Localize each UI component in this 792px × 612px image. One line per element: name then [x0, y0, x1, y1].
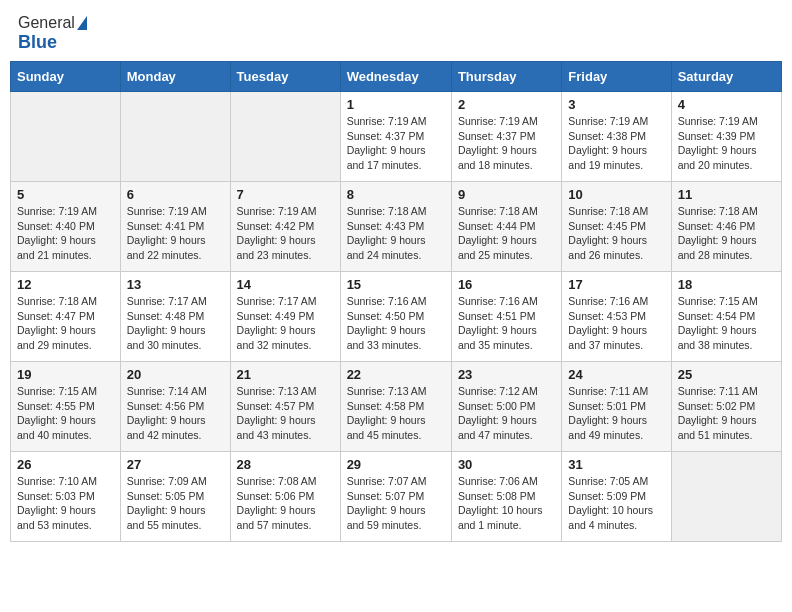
day-info: Sunrise: 7:16 AM Sunset: 4:51 PM Dayligh… — [458, 294, 555, 353]
day-info: Sunrise: 7:09 AM Sunset: 5:05 PM Dayligh… — [127, 474, 224, 533]
day-info: Sunrise: 7:10 AM Sunset: 5:03 PM Dayligh… — [17, 474, 114, 533]
calendar-week-row: 26Sunrise: 7:10 AM Sunset: 5:03 PM Dayli… — [11, 452, 782, 542]
day-info: Sunrise: 7:18 AM Sunset: 4:43 PM Dayligh… — [347, 204, 445, 263]
day-number: 6 — [127, 187, 224, 202]
day-number: 3 — [568, 97, 664, 112]
day-info: Sunrise: 7:18 AM Sunset: 4:46 PM Dayligh… — [678, 204, 775, 263]
calendar-day-cell: 30Sunrise: 7:06 AM Sunset: 5:08 PM Dayli… — [451, 452, 561, 542]
day-number: 16 — [458, 277, 555, 292]
day-info: Sunrise: 7:11 AM Sunset: 5:02 PM Dayligh… — [678, 384, 775, 443]
day-number: 14 — [237, 277, 334, 292]
day-number: 18 — [678, 277, 775, 292]
calendar-day-cell: 13Sunrise: 7:17 AM Sunset: 4:48 PM Dayli… — [120, 272, 230, 362]
day-number: 19 — [17, 367, 114, 382]
day-number: 7 — [237, 187, 334, 202]
day-info: Sunrise: 7:16 AM Sunset: 4:53 PM Dayligh… — [568, 294, 664, 353]
day-info: Sunrise: 7:14 AM Sunset: 4:56 PM Dayligh… — [127, 384, 224, 443]
weekday-header: Sunday — [11, 62, 121, 92]
day-number: 27 — [127, 457, 224, 472]
calendar-day-cell: 31Sunrise: 7:05 AM Sunset: 5:09 PM Dayli… — [562, 452, 671, 542]
day-number: 12 — [17, 277, 114, 292]
day-info: Sunrise: 7:16 AM Sunset: 4:50 PM Dayligh… — [347, 294, 445, 353]
weekday-header: Tuesday — [230, 62, 340, 92]
calendar-day-cell: 12Sunrise: 7:18 AM Sunset: 4:47 PM Dayli… — [11, 272, 121, 362]
day-info: Sunrise: 7:13 AM Sunset: 4:57 PM Dayligh… — [237, 384, 334, 443]
calendar-day-cell: 7Sunrise: 7:19 AM Sunset: 4:42 PM Daylig… — [230, 182, 340, 272]
calendar-day-cell: 21Sunrise: 7:13 AM Sunset: 4:57 PM Dayli… — [230, 362, 340, 452]
calendar-day-cell: 2Sunrise: 7:19 AM Sunset: 4:37 PM Daylig… — [451, 92, 561, 182]
day-info: Sunrise: 7:19 AM Sunset: 4:37 PM Dayligh… — [347, 114, 445, 173]
day-number: 2 — [458, 97, 555, 112]
calendar-day-cell: 1Sunrise: 7:19 AM Sunset: 4:37 PM Daylig… — [340, 92, 451, 182]
day-info: Sunrise: 7:12 AM Sunset: 5:00 PM Dayligh… — [458, 384, 555, 443]
day-number: 28 — [237, 457, 334, 472]
day-number: 1 — [347, 97, 445, 112]
day-number: 4 — [678, 97, 775, 112]
calendar-day-cell: 10Sunrise: 7:18 AM Sunset: 4:45 PM Dayli… — [562, 182, 671, 272]
day-number: 20 — [127, 367, 224, 382]
day-number: 5 — [17, 187, 114, 202]
calendar-day-cell: 19Sunrise: 7:15 AM Sunset: 4:55 PM Dayli… — [11, 362, 121, 452]
logo-blue-text: Blue — [18, 32, 57, 53]
weekday-header: Friday — [562, 62, 671, 92]
day-info: Sunrise: 7:08 AM Sunset: 5:06 PM Dayligh… — [237, 474, 334, 533]
day-number: 8 — [347, 187, 445, 202]
day-info: Sunrise: 7:15 AM Sunset: 4:54 PM Dayligh… — [678, 294, 775, 353]
calendar-week-row: 5Sunrise: 7:19 AM Sunset: 4:40 PM Daylig… — [11, 182, 782, 272]
day-number: 25 — [678, 367, 775, 382]
day-info: Sunrise: 7:17 AM Sunset: 4:49 PM Dayligh… — [237, 294, 334, 353]
calendar-day-cell: 11Sunrise: 7:18 AM Sunset: 4:46 PM Dayli… — [671, 182, 781, 272]
calendar-day-cell: 29Sunrise: 7:07 AM Sunset: 5:07 PM Dayli… — [340, 452, 451, 542]
calendar-day-cell: 26Sunrise: 7:10 AM Sunset: 5:03 PM Dayli… — [11, 452, 121, 542]
calendar-day-cell: 14Sunrise: 7:17 AM Sunset: 4:49 PM Dayli… — [230, 272, 340, 362]
calendar-day-cell: 4Sunrise: 7:19 AM Sunset: 4:39 PM Daylig… — [671, 92, 781, 182]
day-info: Sunrise: 7:06 AM Sunset: 5:08 PM Dayligh… — [458, 474, 555, 533]
day-info: Sunrise: 7:19 AM Sunset: 4:40 PM Dayligh… — [17, 204, 114, 263]
calendar-week-row: 1Sunrise: 7:19 AM Sunset: 4:37 PM Daylig… — [11, 92, 782, 182]
calendar-wrapper: SundayMondayTuesdayWednesdayThursdayFrid… — [0, 61, 792, 552]
weekday-header: Wednesday — [340, 62, 451, 92]
calendar-day-cell: 22Sunrise: 7:13 AM Sunset: 4:58 PM Dayli… — [340, 362, 451, 452]
page-container: General Blue SundayMondayTuesdayWednesda… — [0, 0, 792, 552]
day-info: Sunrise: 7:05 AM Sunset: 5:09 PM Dayligh… — [568, 474, 664, 533]
day-info: Sunrise: 7:19 AM Sunset: 4:39 PM Dayligh… — [678, 114, 775, 173]
logo-triangle-icon — [77, 16, 87, 30]
day-info: Sunrise: 7:19 AM Sunset: 4:37 PM Dayligh… — [458, 114, 555, 173]
day-number: 24 — [568, 367, 664, 382]
calendar-day-cell: 9Sunrise: 7:18 AM Sunset: 4:44 PM Daylig… — [451, 182, 561, 272]
day-info: Sunrise: 7:18 AM Sunset: 4:47 PM Dayligh… — [17, 294, 114, 353]
day-number: 29 — [347, 457, 445, 472]
calendar-day-cell — [671, 452, 781, 542]
day-number: 10 — [568, 187, 664, 202]
day-number: 22 — [347, 367, 445, 382]
calendar-day-cell: 25Sunrise: 7:11 AM Sunset: 5:02 PM Dayli… — [671, 362, 781, 452]
page-header: General Blue — [0, 0, 792, 61]
calendar-day-cell: 27Sunrise: 7:09 AM Sunset: 5:05 PM Dayli… — [120, 452, 230, 542]
calendar-day-cell: 5Sunrise: 7:19 AM Sunset: 4:40 PM Daylig… — [11, 182, 121, 272]
calendar-day-cell: 6Sunrise: 7:19 AM Sunset: 4:41 PM Daylig… — [120, 182, 230, 272]
day-number: 9 — [458, 187, 555, 202]
day-number: 31 — [568, 457, 664, 472]
logo: General Blue — [18, 14, 87, 53]
weekday-header: Saturday — [671, 62, 781, 92]
calendar-header-row: SundayMondayTuesdayWednesdayThursdayFrid… — [11, 62, 782, 92]
day-info: Sunrise: 7:19 AM Sunset: 4:42 PM Dayligh… — [237, 204, 334, 263]
calendar-week-row: 12Sunrise: 7:18 AM Sunset: 4:47 PM Dayli… — [11, 272, 782, 362]
calendar-day-cell: 23Sunrise: 7:12 AM Sunset: 5:00 PM Dayli… — [451, 362, 561, 452]
calendar-day-cell: 15Sunrise: 7:16 AM Sunset: 4:50 PM Dayli… — [340, 272, 451, 362]
calendar-day-cell: 24Sunrise: 7:11 AM Sunset: 5:01 PM Dayli… — [562, 362, 671, 452]
day-number: 15 — [347, 277, 445, 292]
day-info: Sunrise: 7:17 AM Sunset: 4:48 PM Dayligh… — [127, 294, 224, 353]
day-info: Sunrise: 7:18 AM Sunset: 4:44 PM Dayligh… — [458, 204, 555, 263]
day-info: Sunrise: 7:18 AM Sunset: 4:45 PM Dayligh… — [568, 204, 664, 263]
day-number: 21 — [237, 367, 334, 382]
calendar-week-row: 19Sunrise: 7:15 AM Sunset: 4:55 PM Dayli… — [11, 362, 782, 452]
day-number: 13 — [127, 277, 224, 292]
calendar-day-cell — [230, 92, 340, 182]
calendar-day-cell: 28Sunrise: 7:08 AM Sunset: 5:06 PM Dayli… — [230, 452, 340, 542]
calendar-table: SundayMondayTuesdayWednesdayThursdayFrid… — [10, 61, 782, 542]
day-number: 26 — [17, 457, 114, 472]
calendar-day-cell: 16Sunrise: 7:16 AM Sunset: 4:51 PM Dayli… — [451, 272, 561, 362]
day-info: Sunrise: 7:19 AM Sunset: 4:38 PM Dayligh… — [568, 114, 664, 173]
day-number: 23 — [458, 367, 555, 382]
